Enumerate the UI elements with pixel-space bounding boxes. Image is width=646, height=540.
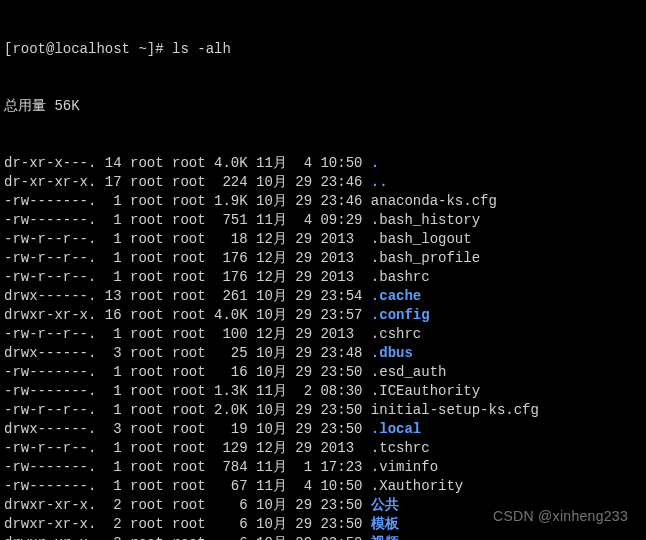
shell-prompt: [root@localhost ~]# (4, 41, 172, 57)
terminal-window[interactable]: [root@localhost ~]# ls -alh 总用量 56K dr-x… (0, 0, 646, 540)
file-name: .cshrc (371, 326, 421, 342)
listing-row: -rw-r--r--. 1 root root 2.0K 10月 29 23:5… (4, 401, 646, 420)
listing-row: drwx------. 3 root root 19 10月 29 23:50 … (4, 420, 646, 439)
listing-row: dr-xr-x---. 14 root root 4.0K 11月 4 10:5… (4, 154, 646, 173)
file-meta: drwx------. 3 root root 19 10月 29 23:50 (4, 421, 371, 437)
prompt-line: [root@localhost ~]# ls -alh (4, 40, 646, 59)
file-meta: -rw-------. 1 root root 16 10月 29 23:50 (4, 364, 371, 380)
directory-listing: dr-xr-x---. 14 root root 4.0K 11月 4 10:5… (4, 154, 646, 540)
file-name: 视频 (371, 535, 399, 540)
summary-line: 总用量 56K (4, 97, 646, 116)
entered-command: ls -alh (172, 41, 231, 57)
file-meta: -rw-------. 1 root root 1.3K 11月 2 08:30 (4, 383, 371, 399)
listing-row: -rw-------. 1 root root 67 11月 4 10:50 .… (4, 477, 646, 496)
file-name: .cache (371, 288, 421, 304)
file-meta: -rw-r--r--. 1 root root 2.0K 10月 29 23:5… (4, 402, 371, 418)
listing-row: drwxr-xr-x. 2 root root 6 10月 29 23:50 视… (4, 534, 646, 540)
file-name: .viminfo (371, 459, 438, 475)
file-name: .bashrc (371, 269, 430, 285)
file-name: .bash_profile (371, 250, 480, 266)
listing-row: -rw-r--r--. 1 root root 176 12月 29 2013 … (4, 249, 646, 268)
file-meta: -rw-r--r--. 1 root root 176 12月 29 2013 (4, 269, 371, 285)
file-meta: -rw-r--r--. 1 root root 129 12月 29 2013 (4, 440, 371, 456)
file-name: .dbus (371, 345, 413, 361)
file-meta: -rw-------. 1 root root 1.9K 10月 29 23:4… (4, 193, 371, 209)
file-name: .ICEauthority (371, 383, 480, 399)
listing-row: -rw-r--r--. 1 root root 176 12月 29 2013 … (4, 268, 646, 287)
file-meta: dr-xr-x---. 14 root root 4.0K 11月 4 10:5… (4, 155, 371, 171)
listing-row: -rw-------. 1 root root 1.3K 11月 2 08:30… (4, 382, 646, 401)
listing-row: -rw-------. 1 root root 1.9K 10月 29 23:4… (4, 192, 646, 211)
file-meta: -rw-r--r--. 1 root root 100 12月 29 2013 (4, 326, 371, 342)
listing-row: drwx------. 13 root root 261 10月 29 23:5… (4, 287, 646, 306)
file-meta: -rw-------. 1 root root 751 11月 4 09:29 (4, 212, 371, 228)
file-name: anaconda-ks.cfg (371, 193, 497, 209)
file-meta: drwxr-xr-x. 2 root root 6 10月 29 23:50 (4, 516, 371, 532)
file-meta: drwx------. 3 root root 25 10月 29 23:48 (4, 345, 371, 361)
file-meta: -rw-r--r--. 1 root root 18 12月 29 2013 (4, 231, 371, 247)
listing-row: -rw-r--r--. 1 root root 100 12月 29 2013 … (4, 325, 646, 344)
file-name: .Xauthority (371, 478, 463, 494)
listing-row: -rw-------. 1 root root 751 11月 4 09:29 … (4, 211, 646, 230)
file-meta: drwxr-xr-x. 2 root root 6 10月 29 23:50 (4, 535, 371, 540)
file-name: 公共 (371, 497, 399, 513)
file-meta: -rw-r--r--. 1 root root 176 12月 29 2013 (4, 250, 371, 266)
file-meta: drwxr-xr-x. 16 root root 4.0K 10月 29 23:… (4, 307, 371, 323)
file-name: .tcshrc (371, 440, 430, 456)
listing-row: -rw-r--r--. 1 root root 18 12月 29 2013 .… (4, 230, 646, 249)
file-meta: -rw-------. 1 root root 67 11月 4 10:50 (4, 478, 371, 494)
listing-row: drwxr-xr-x. 16 root root 4.0K 10月 29 23:… (4, 306, 646, 325)
file-name: .esd_auth (371, 364, 447, 380)
file-meta: drwx------. 13 root root 261 10月 29 23:5… (4, 288, 371, 304)
listing-row: drwx------. 3 root root 25 10月 29 23:48 … (4, 344, 646, 363)
file-name: . (371, 155, 379, 171)
listing-row: -rw-r--r--. 1 root root 129 12月 29 2013 … (4, 439, 646, 458)
file-meta: dr-xr-xr-x. 17 root root 224 10月 29 23:4… (4, 174, 371, 190)
file-name: .bash_logout (371, 231, 472, 247)
listing-row: -rw-------. 1 root root 784 11月 1 17:23 … (4, 458, 646, 477)
watermark-text: CSDN @xinheng233 (493, 507, 628, 526)
listing-row: -rw-------. 1 root root 16 10月 29 23:50 … (4, 363, 646, 382)
file-name: .bash_history (371, 212, 480, 228)
file-meta: drwxr-xr-x. 2 root root 6 10月 29 23:50 (4, 497, 371, 513)
file-name: initial-setup-ks.cfg (371, 402, 539, 418)
listing-row: dr-xr-xr-x. 17 root root 224 10月 29 23:4… (4, 173, 646, 192)
file-name: .config (371, 307, 430, 323)
file-name: .. (371, 174, 388, 190)
file-name: 模板 (371, 516, 399, 532)
file-meta: -rw-------. 1 root root 784 11月 1 17:23 (4, 459, 371, 475)
file-name: .local (371, 421, 421, 437)
